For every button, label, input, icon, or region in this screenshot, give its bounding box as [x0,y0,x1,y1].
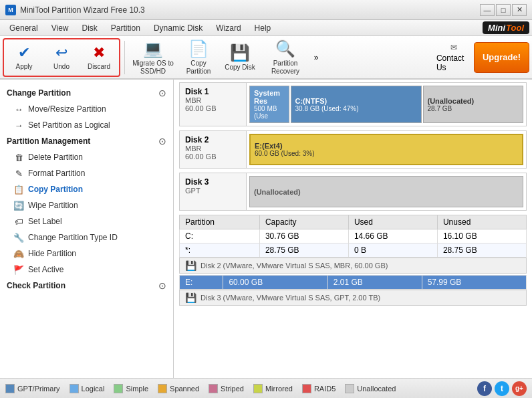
label-icon: 🏷 [13,216,24,227]
sidebar-item-copy[interactable]: 📋 Copy Partition [0,181,173,197]
twitter-icon[interactable]: t [495,381,509,396]
table-row[interactable]: *: 28.75 GB 0 B 28.75 GB [180,243,527,258]
legend-unallocated-label: Unallocated [357,385,396,393]
disk2-part1-size: 60.0 GB (Used: 3%) [255,150,518,157]
partition-recovery-button[interactable]: 🔍 Partition Recovery [261,38,309,77]
disk1-partition-c[interactable]: C:(NTFS) 30.8 GB (Used: 47%) [291,86,422,123]
copy-partition-label: Copy Partition [180,60,217,76]
format-icon: ✎ [13,168,24,179]
sidebar-item-hide[interactable]: 🙈 Hide Partition [0,245,173,262]
row2-used: 0 B [348,243,437,258]
legend-logical-box [70,384,79,393]
disk1-partition-unalloc[interactable]: (Unallocated) 28.7 GB [423,86,524,123]
disk1-part2-size: 30.8 GB (Used: 47%) [295,105,417,112]
status-bar: GPT/Primary Logical Simple Spanned Strip… [0,378,532,398]
row1-partition: C: [180,229,260,243]
hide-icon: 🙈 [13,248,24,259]
change-partition-toggle: ⊙ [158,88,166,98]
apply-icon: ✔ [18,44,30,62]
disk2-partition-e[interactable]: E:(Ext4) 60.0 GB (Used: 3%) [249,134,523,165]
menu-general[interactable]: General [3,21,45,35]
disk3-partitions: (Unallocated) [247,173,526,210]
disk3-partition-unalloc[interactable]: (Unallocated) [249,176,523,207]
facebook-icon[interactable]: f [477,381,492,396]
more-icon: » [314,53,319,62]
copy-disk-button[interactable]: 💾 Copy Disk [220,38,260,77]
close-button[interactable]: ✕ [512,4,527,16]
disk3-panel: Disk 3 GPT (Unallocated) [179,173,527,211]
copy-partition-button[interactable]: 📄 Copy Partition [178,38,219,77]
change-type-icon: 🔧 [13,232,24,243]
legend-logical: Logical [70,384,105,393]
sidebar-item-delete[interactable]: 🗑 Delete Partition [0,149,173,165]
disk3-info-icon: 💾 [185,292,196,303]
partition-management-section[interactable]: Partition Management ⊙ [0,133,173,149]
legend-raid5: RAID5 [302,384,336,393]
legend-mirrored: Mirrored [253,384,293,393]
table-row[interactable]: C: 30.76 GB 14.66 GB 16.10 GB [180,229,527,243]
partition-management-toggle: ⊙ [158,136,166,146]
partition-table: Partition Capacity Used Unused C: 30.76 … [179,215,527,258]
legend-striped-box [209,384,218,393]
discard-button[interactable]: ✖ Discard [82,40,116,75]
disk3-info-text: Disk 3 (VMware, VMware Virtual S SAS, GP… [201,294,380,302]
toolbar-right: ✉ Contact Us Upgrade! [435,38,529,77]
undo-button[interactable]: ↩ Undo [44,40,79,75]
disk3-part1-label: (Unallocated) [254,188,519,196]
disk2-name: Disk 2 [185,135,241,144]
disk3-type: GPT [185,187,241,195]
change-partition-section[interactable]: Change Partition ⊙ [0,85,173,101]
maximize-button[interactable]: □ [496,4,511,16]
legend-raid5-box [302,384,311,393]
partition-recovery-label: Partition Recovery [263,60,308,76]
disk2-table-row[interactable]: E: 60.00 GB 2.01 GB 57.99 GB [180,276,527,290]
sidebar-item-move-resize[interactable]: ↔ Move/Resize Partition [0,101,173,117]
menu-view[interactable]: View [45,21,76,35]
apply-label: Apply [15,63,32,70]
copy-partition-icon: 📄 [188,39,209,58]
menu-disk[interactable]: Disk [76,21,104,35]
sidebar-item-format[interactable]: ✎ Format Partition [0,165,173,181]
disk2-row-unused: 57.99 GB [422,276,526,290]
check-partition-section[interactable]: Check Partition ⊙ [0,278,173,294]
disk2-row-used: 2.01 GB [327,276,422,290]
legend-striped-label: Striped [221,385,244,393]
disk1-part3-label: (Unallocated) [428,97,519,105]
more-button[interactable]: » [311,38,321,77]
upgrade-button[interactable]: Upgrade! [474,42,529,73]
copy-icon: 📋 [13,184,24,195]
app-icon: M [5,5,16,15]
sidebar-item-wipe[interactable]: 🔄 Wipe Partition [0,197,173,213]
sidebar-item-label[interactable]: 🏷 Set Label [0,213,173,229]
label-label: Set Label [28,217,62,226]
disk1-partition-sysres[interactable]: System Res 500 MB (Use [249,86,289,123]
move-resize-icon: ↔ [13,104,24,114]
disk2-row-capacity: 60.00 GB [223,276,327,290]
menu-partition[interactable]: Partition [104,21,147,35]
disk1-label: Disk 1 MBR 60.00 GB [180,83,247,126]
sidebar-item-change-type[interactable]: 🔧 Change Partition Type ID [0,229,173,245]
disk1-panel: Disk 1 MBR 60.00 GB System Res 500 MB (U… [179,82,527,126]
menu-help[interactable]: Help [248,21,278,35]
menu-bar: General View Disk Partition Dynamic Disk… [0,20,532,36]
legend-logical-label: Logical [82,385,105,393]
migrate-icon: 💻 [143,39,163,58]
minitool-logo: Mini Tool [483,21,529,34]
migrate-os-button[interactable]: 💻 Migrate OS to SSD/HD [129,38,177,77]
delete-icon: 🗑 [13,152,24,163]
legend-unallocated-box [345,384,354,393]
disk-scroll[interactable]: Disk 1 MBR 60.00 GB System Res 500 MB (U… [174,80,532,378]
sidebar-item-set-logical[interactable]: → Set Partition as Logical [0,117,173,133]
copy-label: Copy Partition [28,185,83,194]
menu-wizard[interactable]: Wizard [209,21,247,35]
contact-us-button[interactable]: ✉ Contact Us [435,38,473,77]
menu-dynamic-disk[interactable]: Dynamic Disk [147,21,209,35]
sidebar-item-set-active[interactable]: 🚩 Set Active [0,262,173,278]
google-icon[interactable]: g+ [512,381,527,396]
apply-button[interactable]: ✔ Apply [7,40,41,75]
minimize-button[interactable]: — [480,4,495,16]
disk1-part1-label: System Res [254,89,285,105]
partition-management-title: Partition Management [7,136,90,146]
legend-raid5-label: RAID5 [314,385,336,393]
hide-label: Hide Partition [28,249,76,258]
